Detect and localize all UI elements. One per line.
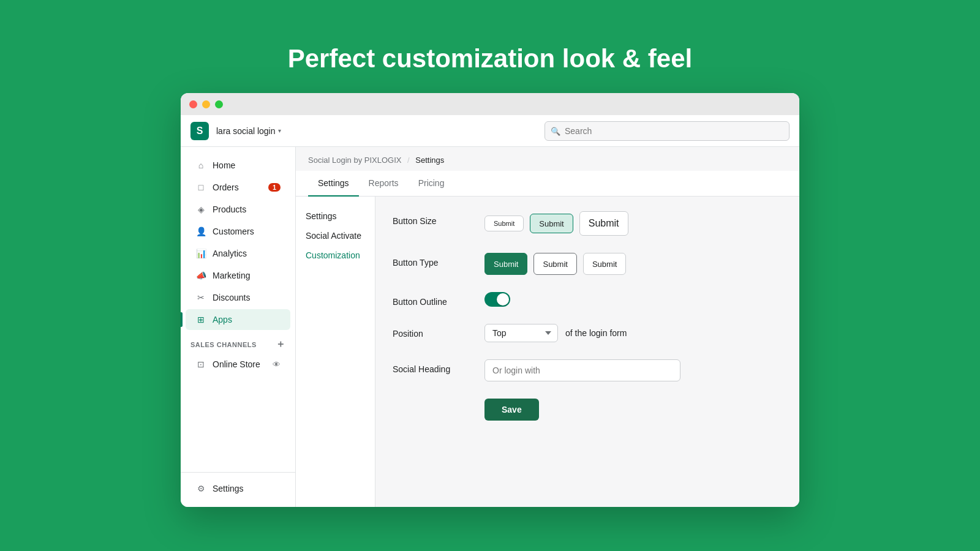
settings-icon: ⚙ [195,483,206,494]
browser-window: S lara social login ▾ 🔍 ⌂ Home □ Orders [181,93,799,507]
online-store-icon: ⊡ [195,359,206,370]
breadcrumb-separator: / [407,156,410,165]
main-tabs: Settings Reports Pricing [296,171,799,197]
sidebar-item-online-store[interactable]: ⊡ Online Store 👁 [186,354,290,375]
settings-nav-social-activate[interactable]: Social Activate [296,226,375,246]
close-dot[interactable] [189,100,197,108]
button-size-lg[interactable]: Submit [579,211,628,236]
position-suffix-text: of the login form [565,328,627,338]
sidebar-item-discounts[interactable]: ✂ Discounts [186,287,290,308]
sidebar-item-home[interactable]: ⌂ Home [186,155,290,176]
inner-layout: Settings Social Activate Customization B… [296,197,799,507]
tab-settings[interactable]: Settings [308,171,359,197]
social-heading-control [484,359,782,381]
button-size-control: Submit Submit Submit [484,211,782,236]
search-icon: 🔍 [551,126,560,135]
sidebar-item-customers[interactable]: 👤 Customers [186,221,290,242]
eye-icon: 👁 [273,360,281,369]
sidebar-bottom: ⚙ Settings [181,472,295,500]
home-icon: ⌂ [195,160,206,171]
settings-nav-settings[interactable]: Settings [296,206,375,226]
browser-titlebar [181,93,799,115]
chevron-down-icon: ▾ [278,127,281,134]
button-type-control: Submit Submit Submit [484,253,782,275]
sidebar: ⌂ Home □ Orders 1 ◈ Products 👤 Customers [181,147,296,507]
apps-icon: ⊞ [195,314,206,325]
sidebar-item-marketing[interactable]: 📣 Marketing [186,265,290,286]
save-control: Save [484,399,782,421]
button-type-outline[interactable]: Submit [533,253,576,275]
sidebar-item-analytics[interactable]: 📊 Analytics [186,243,290,264]
save-label-spacer [393,399,472,403]
tab-pricing[interactable]: Pricing [409,171,454,197]
button-outline-row: Button Outline [393,292,782,307]
button-size-row: Button Size Submit Submit Submit [393,211,782,236]
button-size-sm[interactable]: Submit [484,216,524,231]
toggle-knob [497,293,509,305]
save-row: Save [393,399,782,421]
topbar-search[interactable]: 🔍 [545,121,790,141]
toggle-wrap [484,292,510,307]
marketing-icon: 📣 [195,270,206,281]
button-type-filled[interactable]: Submit [484,253,527,275]
breadcrumb-current: Settings [415,156,444,165]
button-type-row: Button Type Submit Submit Submit [393,253,782,275]
save-button[interactable]: Save [484,399,539,421]
breadcrumb-parent[interactable]: Social Login by PIXLOGIX [308,156,401,165]
button-outline-label: Button Outline [393,292,472,307]
orders-badge: 1 [268,183,281,192]
button-size-label: Button Size [393,211,472,226]
sidebar-item-products[interactable]: ◈ Products [186,199,290,220]
minimize-dot[interactable] [202,100,210,108]
topbar: S lara social login ▾ 🔍 [181,115,799,147]
position-control: Top Bottom Left Right of the login form [484,324,782,342]
customers-icon: 👤 [195,226,206,237]
store-name[interactable]: lara social login ▾ [216,126,281,136]
breadcrumb: Social Login by PIXLOGIX / Settings [296,147,799,171]
sidebar-item-settings[interactable]: ⚙ Settings [186,478,290,499]
main-layout: ⌂ Home □ Orders 1 ◈ Products 👤 Customers [181,147,799,507]
social-heading-label: Social Heading [393,359,472,374]
social-heading-row: Social Heading [393,359,782,381]
search-input[interactable] [545,121,790,141]
button-outline-toggle[interactable] [484,292,510,307]
sales-channels-section: SALES CHANNELS ＋ [181,331,295,353]
settings-nav: Settings Social Activate Customization [296,197,375,507]
store-logo: S [190,122,209,140]
settings-form: Button Size Submit Submit Submit Button … [375,197,799,507]
button-type-text[interactable]: Submit [583,253,626,275]
orders-icon: □ [195,182,206,193]
position-wrap: Top Bottom Left Right of the login form [484,324,627,342]
browser-body: S lara social login ▾ 🔍 ⌂ Home □ Orders [181,115,799,507]
sidebar-item-orders[interactable]: □ Orders 1 [186,177,290,198]
content-area: Social Login by PIXLOGIX / Settings Sett… [296,147,799,507]
analytics-icon: 📊 [195,248,206,259]
button-type-label: Button Type [393,253,472,268]
social-heading-input[interactable] [484,359,680,381]
maximize-dot[interactable] [215,100,223,108]
button-outline-control [484,292,782,307]
button-size-md[interactable]: Submit [530,214,573,233]
products-icon: ◈ [195,204,206,215]
sidebar-item-apps[interactable]: ⊞ Apps [186,309,290,330]
add-channel-icon[interactable]: ＋ [276,338,286,351]
tab-reports[interactable]: Reports [359,171,409,197]
discounts-icon: ✂ [195,292,206,303]
position-row: Position Top Bottom Left Right o [393,324,782,342]
page-headline: Perfect customization look & feel [288,44,692,73]
position-select[interactable]: Top Bottom Left Right [484,324,558,342]
settings-nav-customization[interactable]: Customization [296,246,375,265]
position-label: Position [393,324,472,339]
